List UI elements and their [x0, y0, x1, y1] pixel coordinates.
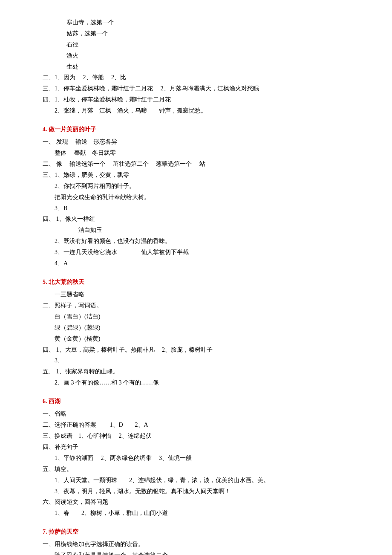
section-5: 5. 北大荒的秋天 一三题省略 二、照样子，写词语。 白（雪白）(洁白) 绿（碧…	[43, 277, 358, 388]
section-6: 6. 西湖 一、省略 二、选择正确的答案 1、D 2、A 三、换成语 1、心旷神…	[43, 396, 358, 519]
line: 一、 发现 输送 形态各异	[43, 136, 358, 147]
line: 2、画 3 个有的像……和 3 个有的……像	[43, 377, 358, 388]
line: 白（雪白）(洁白)	[43, 311, 358, 322]
line: 1、平静的湖面 2、两条绿色的绸带 3、仙境一般	[43, 453, 358, 464]
line: 整体 奉献 冬日飘零	[43, 147, 358, 159]
line: 三、1、停车坐爱枫林晚，霜叶红于二月花 2、月落乌啼霜满天，江枫渔火对愁眠	[43, 83, 358, 94]
line: 除了忍心和蓝晶晶选第一个，其余选第二个。	[43, 550, 358, 555]
line: 洁白如玉	[43, 225, 358, 236]
line: 2、你找不到两片相同的叶子。	[43, 181, 358, 192]
line: 一、用横线给加点字选择正确的读音。	[43, 539, 358, 550]
section-4-content: 一、 发现 输送 形态各异 整体 奉献 冬日飘零 二、 像 输送选第一个 茁壮选…	[43, 136, 358, 269]
section-5-content: 一三题省略 二、照样子，写词语。 白（雪白）(洁白) 绿（碧绿）(葱绿) 黄（金…	[43, 289, 358, 388]
line: 2、张继，月落 江枫 渔火，乌啼 钟声，孤寂忧愁。	[43, 105, 358, 116]
line: 四、1、杜牧，停车坐爱枫林晚，霜叶红于二月花	[43, 94, 358, 105]
line: 三、换成语 1、心旷神怡 2、连绵起伏	[43, 431, 358, 442]
page-container: 寒山寺，选第一个 姑苏，选第一个 石径 渔火 生处 二、1、因为 2、停船 2、…	[43, 17, 358, 555]
line: 五、 1、张家界奇特的山峰。	[43, 366, 358, 377]
section-6-content: 一、省略 二、选择正确的答案 1、D 2、A 三、换成语 1、心旷神怡 2、连绵…	[43, 408, 358, 519]
line: 1、人间天堂。一颗明珠 2、连绵起伏，绿，青，浓，淡，优美的山水画。美。	[43, 475, 358, 486]
section-7-content: 一、用横线给加点字选择正确的读音。 除了忍心和蓝晶晶选第一个，其余选第二个。 二…	[43, 539, 358, 555]
line: 四、 1、大豆，高粱，榛树叶子。热闹非凡 2、脸庞，榛树叶子	[43, 344, 358, 356]
section-5-title: 5. 北大荒的秋天	[43, 277, 358, 287]
line: 六、阅读短文，回答问题	[43, 497, 358, 508]
section-7-title: 7. 拉萨的天空	[43, 526, 358, 537]
line: 二、 像 输送选第一个 茁壮选第二个 葱翠选第一个 站	[43, 159, 358, 170]
intro-section: 寒山寺，选第一个 姑苏，选第一个 石径 渔火 生处 二、1、因为 2、停船 2、…	[43, 17, 358, 116]
line: 一、省略	[43, 408, 358, 419]
section-4-title: 4. 做一片美丽的叶子	[43, 124, 358, 135]
line: 石径	[43, 39, 358, 50]
line: 姑苏，选第一个	[43, 28, 358, 39]
section-4: 4. 做一片美丽的叶子 一、 发现 输送 形态各异 整体 奉献 冬日飘零 二、 …	[43, 124, 358, 269]
line: 一三题省略	[43, 289, 358, 300]
line: 渔火	[43, 50, 358, 61]
section-7: 7. 拉萨的天空 一、用横线给加点字选择正确的读音。 除了忍心和蓝晶晶选第一个，…	[43, 526, 358, 555]
line: 寒山寺，选第一个	[43, 17, 358, 28]
line: 1、春 2、柳树，小草，群山，山间小道	[43, 508, 358, 519]
line: 五、填空。	[43, 464, 358, 475]
line: 生处	[43, 61, 358, 72]
line: 二、1、因为 2、停船 2、比	[43, 72, 358, 83]
line: 三、1、嫩绿，肥美，变黄，飘零	[43, 170, 358, 181]
line: 3、一连几天没给它浇水 仙人掌被切下半截	[43, 247, 358, 258]
line: 3、夜幕，明月，轻风，湖水。无数的银蛇。真不愧为人间天堂啊！	[43, 486, 358, 497]
line: 把阳光变成生命的乳汁奉献给大树。	[43, 192, 358, 203]
line: 四、补充句子	[43, 442, 358, 453]
line: 3、	[43, 355, 358, 366]
line: 绿（碧绿）(葱绿)	[43, 322, 358, 333]
line: 二、选择正确的答案 1、D 2、A	[43, 419, 358, 431]
line: 四、 1、像火一样红	[43, 214, 358, 225]
line: 二、照样子，写词语。	[43, 300, 358, 311]
line: 黄（金黄）(橘黄)	[43, 333, 358, 344]
line: 2、既没有好看的颜色，也没有好温的香味。	[43, 236, 358, 247]
line: 4、A	[43, 258, 358, 269]
line: 3、B	[43, 203, 358, 214]
section-6-title: 6. 西湖	[43, 396, 358, 407]
